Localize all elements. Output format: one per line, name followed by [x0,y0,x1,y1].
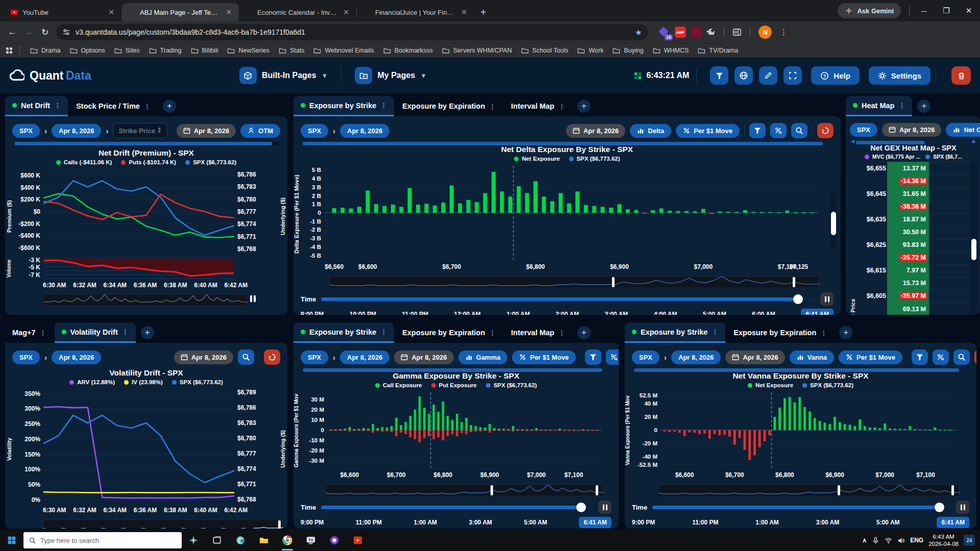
heatmap-row[interactable]: $6,65513.37 M [856,162,968,174]
per-1-move-pill[interactable]: Per $1 Move [839,350,902,364]
heatmap-row[interactable]: $6,62593.83 M [856,239,968,252]
kebab-icon[interactable]: ⋮ [40,329,46,337]
brush-handle[interactable] [491,485,493,495]
spx-pill[interactable]: SPX [301,350,328,364]
percent-toggle-icon-button[interactable] [770,123,787,138]
panel-tab[interactable]: Exposure by Strike⋮ [625,322,725,343]
brush-handle[interactable] [596,485,598,495]
kebab-icon[interactable]: ⋮ [898,102,905,109]
new-tab-button[interactable]: + [474,7,493,18]
kebab-icon[interactable]: ⋮ [558,329,565,337]
tab-close-icon[interactable]: ✕ [224,8,234,16]
search-icon-button[interactable] [791,123,807,138]
bookmark-item[interactable]: WHMCS [649,45,693,56]
panel-tab[interactable]: Exposure by Strike⋮ [293,322,394,343]
legend-item[interactable]: Net Exposure [514,156,559,162]
kebab-icon[interactable]: ⋮ [489,329,496,337]
bookmark-item[interactable]: Servers WHM/CPAN [438,45,516,56]
brush-handle[interactable] [951,485,954,495]
heatmap-row[interactable]: -14.36 M [856,174,968,187]
brush-handle[interactable] [838,485,840,495]
legend-item[interactable]: SPX ($6,773.62) [185,159,236,165]
bookmark-item[interactable]: Buying [608,45,647,56]
add-tab-button[interactable]: + [577,326,591,339]
heatmap-row[interactable]: $6,64531.65 M [856,187,968,200]
legend-item[interactable]: Net Exposure [748,382,793,388]
panel-tab[interactable]: Net Drift⋮ [5,96,68,116]
notification-badge[interactable]: 24 [964,535,975,546]
funnel-icon-button[interactable] [585,349,601,365]
apr-8-2026-pill[interactable]: Apr 8, 2026 [340,124,389,138]
net-ge-pill[interactable]: Net GE [946,123,980,137]
search-icon-button[interactable] [953,349,970,365]
kebab-icon[interactable]: ⋮ [712,328,718,336]
edit-button[interactable] [759,66,777,85]
reload-button[interactable]: ↻ [37,24,53,40]
bookmark-item[interactable]: Trading [145,45,186,56]
bookmark-item[interactable]: TV/Drama [694,45,742,56]
legend-item[interactable]: Calls (-$411.06 K) [56,159,112,165]
copilot-icon[interactable] [182,530,205,551]
brush-handle[interactable] [278,520,281,529]
pause-button[interactable] [956,500,969,514]
bookmark-item[interactable]: Stats [275,45,309,56]
add-tab-button[interactable]: + [141,326,154,339]
tab-close-icon[interactable]: ✕ [341,8,351,16]
apr-8-2026-pill[interactable]: Apr 8, 2026 [882,123,941,137]
panel-tab[interactable]: Exposure by Expiration⋮ [395,96,503,116]
browser-tab[interactable]: YouTube✕ [4,3,121,21]
kebab-icon[interactable]: ⋮ [122,328,129,336]
kebab-icon[interactable]: ⋮ [54,102,61,109]
extensions-puzzle-icon[interactable] [706,28,716,37]
legend-item[interactable]: ARV (12.88%) [69,379,115,385]
panel-tab[interactable]: Mag+7⋮ [5,322,54,343]
kebab-icon[interactable]: ⋮ [144,103,151,110]
kebab-icon[interactable]: ⋮ [489,103,496,110]
panel-tab[interactable]: Interval Map⋮ [504,96,572,116]
scrollbar-thumb[interactable] [971,239,976,260]
heatmap-row[interactable]: 30.50 M [856,226,968,238]
apps-grid-icon[interactable] [5,46,13,55]
profile-avatar[interactable]: N [758,26,772,39]
address-bar[interactable]: v3.quantdata.us/page/custom/3bdaa9b2-c8d… [56,24,648,40]
forward-button[interactable]: → [20,24,37,40]
strike-price-input[interactable]: Strike Price▲▼ [113,123,167,138]
bookmark-item[interactable]: Drama [26,45,65,56]
scrollbar-thumb[interactable] [856,141,925,144]
pause-button[interactable] [598,500,611,514]
apr-8-2026-pill[interactable]: Apr 8, 2026 [174,350,233,364]
per-1-move-pill[interactable]: Per $1 Move [512,350,576,364]
mic-icon[interactable] [872,537,879,544]
reset-history-button[interactable] [264,349,280,365]
kebab-icon[interactable]: ⋮ [820,329,827,337]
help-button[interactable]: ? Help [811,66,860,85]
browser-tab[interactable]: Economic Calendar - Investing...✕ [239,3,356,21]
panel-tab[interactable]: Volatility Drift⋮ [55,322,136,343]
gamma-pill[interactable]: Gamma [458,350,508,364]
add-tab-button[interactable]: + [917,99,930,113]
bookmark-item[interactable]: Webnovel Emails [309,45,378,56]
chart-scrollbar[interactable] [830,192,837,248]
bookmark-item[interactable]: Bookmarksss [379,45,437,56]
funnel-icon-button[interactable] [912,349,928,365]
kebab-icon[interactable]: ⋮ [558,103,565,110]
globe-button[interactable] [734,66,753,85]
legend-item[interactable]: SPX ($6,773.62) [172,379,223,385]
brush-handle[interactable] [612,277,615,287]
heatmap-row[interactable]: 15.73 M [856,277,968,290]
range-brush[interactable] [325,484,603,496]
brand-logo[interactable]: Quant Data [9,68,91,83]
language-indicator[interactable]: ENG [910,537,923,544]
apr-8-2026-pill[interactable]: Apr 8, 2026 [177,124,236,138]
percent-toggle-icon-button[interactable] [606,349,619,365]
time-slider-track[interactable] [321,297,815,301]
heatmap-row[interactable]: -38.36 M [856,200,968,213]
heatmap-row[interactable]: -35.72 M [856,252,968,264]
spx-pill[interactable]: SPX [12,124,40,138]
taskbar-app-edge[interactable] [229,530,252,551]
heatmap-row[interactable]: 69.13 M [856,303,968,315]
taskbar-app-tv[interactable]: TV [299,530,323,551]
add-tab-button[interactable]: + [839,326,852,339]
browser-tab[interactable]: FinancialJuice | Your Financial U...✕ [357,3,474,21]
pause-button[interactable] [820,292,834,306]
